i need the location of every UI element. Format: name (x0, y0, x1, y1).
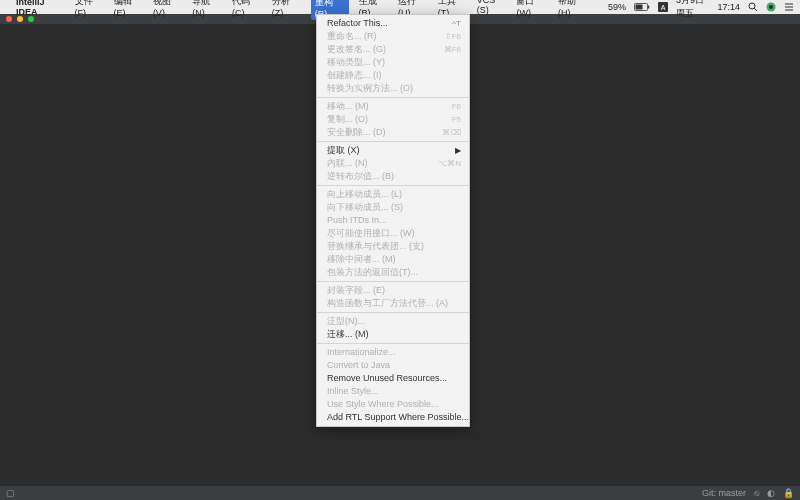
menu-f[interactable]: 文件 (F) (75, 0, 104, 20)
menu-z[interactable]: 分析 (Z) (272, 0, 301, 20)
menu-item: 泛型(N)... (317, 315, 469, 328)
menu-item: 重命名... (R)⇧F6 (317, 30, 469, 43)
mac-menubar: IntelliJ IDEA 文件 (F)编辑 (E)视图 (V)导航 (N)代码… (0, 0, 800, 14)
menu-item[interactable]: Add RTL Support Where Possible... (317, 411, 469, 424)
status-icon-2[interactable]: ◐ (767, 488, 775, 498)
siri-icon[interactable] (766, 2, 776, 12)
menu-item-label: 向下移动成员... (S) (327, 202, 403, 213)
date-text: 3月9日 周五 (676, 0, 710, 20)
menu-item-label: 转换为实例方法... (O) (327, 83, 413, 94)
menu-item[interactable]: Refactor This...^T (317, 17, 469, 30)
menu-item-label: Add RTL Support Where Possible... (327, 412, 469, 423)
menu-item: 内联... (N)⌥⌘N (317, 157, 469, 170)
menu-item-label: 重命名... (R) (327, 31, 377, 42)
menu-n[interactable]: 导航 (N) (192, 0, 222, 20)
battery-percent: 59% (608, 2, 626, 12)
menu-item: 创建静态... (I) (317, 69, 469, 82)
menu-item-label: 安全删除... (D) (327, 127, 386, 138)
menu-separator (317, 185, 469, 186)
menu-item: 包装方法的返回值(T)... (317, 266, 469, 279)
close-window-button[interactable] (6, 16, 12, 22)
menu-item-label: Convert to Java (327, 360, 390, 371)
menu-item-label: 向上移动成员... (L) (327, 189, 402, 200)
menu-item: 复制... (O)F5 (317, 113, 469, 126)
menu-item-shortcut: ⌘⌫ (442, 127, 461, 138)
menu-item-label: 复制... (O) (327, 114, 368, 125)
menu-vcss[interactable]: VCS (S) (477, 0, 507, 20)
spotlight-icon[interactable] (748, 2, 758, 12)
menu-item: 替换继承与代表团... (支) (317, 240, 469, 253)
menu-v[interactable]: 视图 (V) (153, 0, 182, 20)
refactor-menu-dropdown: Refactor This...^T重命名... (R)⇧F6更改签名... (… (316, 14, 470, 427)
app-name[interactable]: IntelliJ IDEA (16, 0, 65, 17)
menu-item-label: 替换继承与代表团... (支) (327, 241, 424, 252)
menu-item: 向上移动成员... (L) (317, 188, 469, 201)
menu-item: 封装字段... (E) (317, 284, 469, 297)
menu-separator (317, 141, 469, 142)
input-source-icon[interactable]: A (658, 2, 668, 12)
menu-item-label: Remove Unused Resources... (327, 373, 447, 384)
menu-item: 向下移动成员... (S) (317, 201, 469, 214)
menu-e[interactable]: 编辑 (E) (114, 0, 143, 20)
menu-item-label: 更改签名... (G) (327, 44, 386, 55)
svg-line-6 (754, 8, 757, 11)
battery-icon (634, 3, 650, 11)
menu-item: 移动... (M)F6 (317, 100, 469, 113)
menu-item-label: 逆转布尔值... (B) (327, 171, 394, 182)
menu-item[interactable]: 迁移... (M) (317, 328, 469, 341)
ide-status-bar: ▢ Git: master ⎋ ◐ 🔒 (0, 486, 800, 500)
menu-item-label: 泛型(N)... (327, 316, 365, 327)
menu-item-shortcut: ⌘F6 (444, 44, 461, 55)
menu-item-label: 移动类型... (Y) (327, 57, 385, 68)
menu-item-label: Push ITDs In... (327, 215, 387, 226)
menu-item: 转换为实例方法... (O) (317, 82, 469, 95)
status-icon-1[interactable]: ⎋ (754, 488, 759, 498)
menu-item: Push ITDs In... (317, 214, 469, 227)
menu-item-label: 构造函数与工厂方法代替... (A) (327, 298, 448, 309)
git-branch-label[interactable]: Git: master (702, 488, 746, 498)
menu-item-shortcut: ^T (452, 18, 461, 29)
menu-item: Convert to Java (317, 359, 469, 372)
menu-item-label: Use Style Where Possible... (327, 399, 439, 410)
menu-item-label: Internationalize... (327, 347, 396, 358)
menu-separator (317, 312, 469, 313)
menu-item-shortcut: ⇧F6 (445, 31, 461, 42)
time-text: 17:14 (717, 2, 740, 12)
menu-item: 更改签名... (G)⌘F6 (317, 43, 469, 56)
menu-item-label: 迁移... (M) (327, 329, 369, 340)
menu-item-shortcut: F5 (452, 114, 461, 125)
svg-point-5 (749, 3, 755, 9)
svg-rect-2 (648, 6, 649, 9)
svg-rect-1 (635, 5, 642, 10)
menu-separator (317, 97, 469, 98)
menu-item[interactable]: 提取 (X)▶ (317, 144, 469, 157)
menu-item: Inline Style... (317, 385, 469, 398)
menu-c[interactable]: 代码 (C) (232, 0, 262, 20)
menu-item: 尽可能使用接口... (W) (317, 227, 469, 240)
menu-item: 构造函数与工厂方法代替... (A) (317, 297, 469, 310)
lock-icon: 🔒 (783, 488, 794, 498)
menu-item-shortcut: ⌥⌘N (438, 158, 461, 169)
notification-center-icon[interactable] (784, 2, 794, 12)
status-left-icon[interactable]: ▢ (6, 488, 15, 498)
menu-item-label: 尽可能使用接口... (W) (327, 228, 415, 239)
menu-item-label: Inline Style... (327, 386, 379, 397)
menu-separator (317, 343, 469, 344)
menu-item: 安全删除... (D)⌘⌫ (317, 126, 469, 139)
menu-h[interactable]: 帮助 (H) (558, 0, 588, 20)
menu-item-label: 移动... (M) (327, 101, 369, 112)
menu-item-label: 封装字段... (E) (327, 285, 385, 296)
menu-item-label: 内联... (N) (327, 158, 368, 169)
menu-item[interactable]: Remove Unused Resources... (317, 372, 469, 385)
menu-item: 逆转布尔值... (B) (317, 170, 469, 183)
menu-item-label: Refactor This... (327, 18, 388, 29)
menu-item: Use Style Where Possible... (317, 398, 469, 411)
menu-w[interactable]: 窗口 (W) (516, 0, 548, 20)
menu-item: 移除中间者... (M) (317, 253, 469, 266)
mac-status-area: 59% A 3月9日 周五 17:14 (608, 0, 794, 20)
menu-item: Internationalize... (317, 346, 469, 359)
submenu-arrow-icon: ▶ (455, 145, 461, 156)
menu-item-label: 创建静态... (I) (327, 70, 382, 81)
menu-item-label: 移除中间者... (M) (327, 254, 396, 265)
menu-item: 移动类型... (Y) (317, 56, 469, 69)
